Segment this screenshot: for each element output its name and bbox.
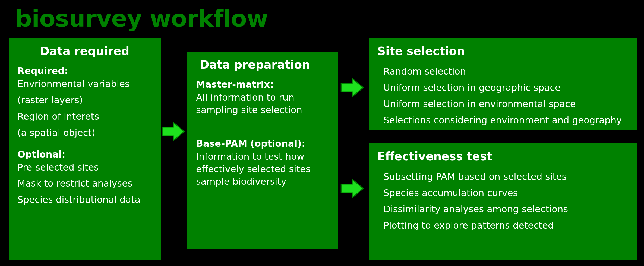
optional-item: Pre-selected sites: [17, 161, 152, 174]
required-item: Envrionmental variables: [17, 78, 152, 90]
required-item: (raster layers): [17, 94, 152, 107]
site-selection-item: Uniform selection in geographic space: [383, 82, 629, 94]
site-selection-item: Random selection: [383, 65, 629, 78]
box-data-preparation: Data preparation Master-matrix: All info…: [187, 52, 338, 249]
required-subhead: Required:: [17, 65, 152, 76]
effectiveness-item: Dissimilarity analyses among selections: [383, 203, 629, 216]
master-matrix-desc: All information to run sampling site sel…: [196, 91, 329, 116]
required-item: Region of interets: [17, 110, 152, 123]
base-pam-desc: Information to test how effectively sele…: [196, 150, 329, 188]
base-pam-subhead: Base-PAM (optional):: [196, 138, 329, 149]
effectiveness-item: Plotting to explore patterns detected: [383, 219, 629, 232]
effectiveness-item: Subsetting PAM based on selected sites: [383, 171, 629, 183]
diagram-title: biosurvey workflow: [15, 5, 268, 32]
box-title-data-preparation: Data preparation: [200, 58, 329, 71]
effectiveness-item: Species accumulation curves: [383, 187, 629, 199]
arrow-icon: [340, 75, 364, 100]
box-title-data-required: Data required: [17, 44, 152, 58]
arrow-icon: [161, 119, 185, 144]
box-title-effectiveness-test: Effectiveness test: [377, 150, 629, 163]
optional-item: Mask to restrict analyses: [17, 177, 152, 190]
box-title-site-selection: Site selection: [377, 44, 629, 58]
box-effectiveness-test: Effectiveness test Subsetting PAM based …: [369, 143, 637, 260]
box-data-required: Data required Required: Envrionmental va…: [9, 38, 161, 260]
optional-item: Species distributional data: [17, 194, 152, 206]
optional-subhead: Optional:: [17, 149, 152, 160]
site-selection-item: Selections considering environment and g…: [383, 114, 629, 127]
box-site-selection: Site selection Random selection Uniform …: [369, 38, 637, 130]
master-matrix-subhead: Master-matrix:: [196, 79, 329, 90]
site-selection-item: Uniform selection in environmental space: [383, 98, 629, 110]
arrow-icon: [340, 176, 364, 201]
required-item: (a spatial object): [17, 127, 152, 139]
